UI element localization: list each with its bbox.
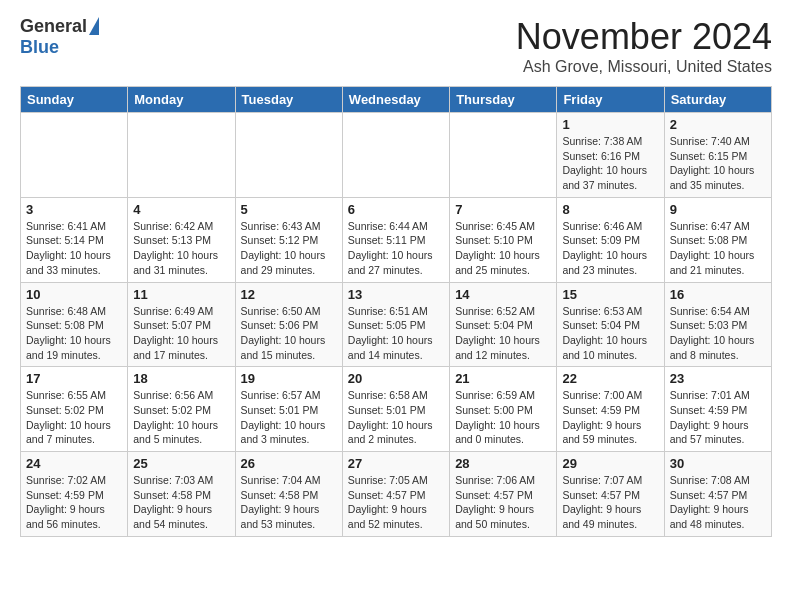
day-info: Sunrise: 6:45 AM Sunset: 5:10 PM Dayligh… (455, 219, 551, 278)
logo: General Blue (20, 16, 99, 58)
calendar-cell: 23Sunrise: 7:01 AM Sunset: 4:59 PM Dayli… (664, 367, 771, 452)
calendar-header-row: SundayMondayTuesdayWednesdayThursdayFrid… (21, 87, 772, 113)
calendar-cell: 7Sunrise: 6:45 AM Sunset: 5:10 PM Daylig… (450, 197, 557, 282)
calendar-week-row: 1Sunrise: 7:38 AM Sunset: 6:16 PM Daylig… (21, 113, 772, 198)
day-info: Sunrise: 6:51 AM Sunset: 5:05 PM Dayligh… (348, 304, 444, 363)
calendar-cell: 8Sunrise: 6:46 AM Sunset: 5:09 PM Daylig… (557, 197, 664, 282)
day-info: Sunrise: 6:58 AM Sunset: 5:01 PM Dayligh… (348, 388, 444, 447)
day-info: Sunrise: 7:07 AM Sunset: 4:57 PM Dayligh… (562, 473, 658, 532)
calendar-header-monday: Monday (128, 87, 235, 113)
calendar-cell: 12Sunrise: 6:50 AM Sunset: 5:06 PM Dayli… (235, 282, 342, 367)
day-info: Sunrise: 7:04 AM Sunset: 4:58 PM Dayligh… (241, 473, 337, 532)
day-number: 1 (562, 117, 658, 132)
calendar-cell: 22Sunrise: 7:00 AM Sunset: 4:59 PM Dayli… (557, 367, 664, 452)
day-number: 2 (670, 117, 766, 132)
day-info: Sunrise: 6:59 AM Sunset: 5:00 PM Dayligh… (455, 388, 551, 447)
day-info: Sunrise: 6:48 AM Sunset: 5:08 PM Dayligh… (26, 304, 122, 363)
calendar-cell: 13Sunrise: 6:51 AM Sunset: 5:05 PM Dayli… (342, 282, 449, 367)
day-info: Sunrise: 7:05 AM Sunset: 4:57 PM Dayligh… (348, 473, 444, 532)
calendar-cell: 4Sunrise: 6:42 AM Sunset: 5:13 PM Daylig… (128, 197, 235, 282)
calendar-cell: 16Sunrise: 6:54 AM Sunset: 5:03 PM Dayli… (664, 282, 771, 367)
day-number: 19 (241, 371, 337, 386)
calendar-cell: 28Sunrise: 7:06 AM Sunset: 4:57 PM Dayli… (450, 452, 557, 537)
location-title: Ash Grove, Missouri, United States (516, 58, 772, 76)
day-info: Sunrise: 6:41 AM Sunset: 5:14 PM Dayligh… (26, 219, 122, 278)
calendar-header-tuesday: Tuesday (235, 87, 342, 113)
day-info: Sunrise: 6:47 AM Sunset: 5:08 PM Dayligh… (670, 219, 766, 278)
day-number: 27 (348, 456, 444, 471)
month-title: November 2024 (516, 16, 772, 58)
logo-blue-text: Blue (20, 37, 59, 58)
calendar-cell: 19Sunrise: 6:57 AM Sunset: 5:01 PM Dayli… (235, 367, 342, 452)
day-info: Sunrise: 7:40 AM Sunset: 6:15 PM Dayligh… (670, 134, 766, 193)
day-number: 29 (562, 456, 658, 471)
calendar-cell (450, 113, 557, 198)
day-number: 20 (348, 371, 444, 386)
calendar-cell: 21Sunrise: 6:59 AM Sunset: 5:00 PM Dayli… (450, 367, 557, 452)
calendar-header-sunday: Sunday (21, 87, 128, 113)
calendar-cell: 18Sunrise: 6:56 AM Sunset: 5:02 PM Dayli… (128, 367, 235, 452)
calendar-cell: 14Sunrise: 6:52 AM Sunset: 5:04 PM Dayli… (450, 282, 557, 367)
day-info: Sunrise: 6:54 AM Sunset: 5:03 PM Dayligh… (670, 304, 766, 363)
calendar-cell (21, 113, 128, 198)
day-info: Sunrise: 6:46 AM Sunset: 5:09 PM Dayligh… (562, 219, 658, 278)
calendar-cell: 17Sunrise: 6:55 AM Sunset: 5:02 PM Dayli… (21, 367, 128, 452)
calendar-week-row: 24Sunrise: 7:02 AM Sunset: 4:59 PM Dayli… (21, 452, 772, 537)
day-number: 3 (26, 202, 122, 217)
calendar-cell: 9Sunrise: 6:47 AM Sunset: 5:08 PM Daylig… (664, 197, 771, 282)
day-info: Sunrise: 7:01 AM Sunset: 4:59 PM Dayligh… (670, 388, 766, 447)
calendar-cell: 3Sunrise: 6:41 AM Sunset: 5:14 PM Daylig… (21, 197, 128, 282)
calendar-cell: 5Sunrise: 6:43 AM Sunset: 5:12 PM Daylig… (235, 197, 342, 282)
title-block: November 2024 Ash Grove, Missouri, Unite… (516, 16, 772, 76)
calendar-cell: 1Sunrise: 7:38 AM Sunset: 6:16 PM Daylig… (557, 113, 664, 198)
day-info: Sunrise: 6:55 AM Sunset: 5:02 PM Dayligh… (26, 388, 122, 447)
day-info: Sunrise: 6:49 AM Sunset: 5:07 PM Dayligh… (133, 304, 229, 363)
day-number: 28 (455, 456, 551, 471)
day-number: 4 (133, 202, 229, 217)
day-number: 7 (455, 202, 551, 217)
calendar-cell: 27Sunrise: 7:05 AM Sunset: 4:57 PM Dayli… (342, 452, 449, 537)
calendar-cell: 20Sunrise: 6:58 AM Sunset: 5:01 PM Dayli… (342, 367, 449, 452)
calendar-cell (342, 113, 449, 198)
day-number: 26 (241, 456, 337, 471)
day-info: Sunrise: 6:57 AM Sunset: 5:01 PM Dayligh… (241, 388, 337, 447)
calendar-header-wednesday: Wednesday (342, 87, 449, 113)
day-number: 15 (562, 287, 658, 302)
day-number: 12 (241, 287, 337, 302)
day-number: 16 (670, 287, 766, 302)
day-info: Sunrise: 6:53 AM Sunset: 5:04 PM Dayligh… (562, 304, 658, 363)
calendar-cell: 6Sunrise: 6:44 AM Sunset: 5:11 PM Daylig… (342, 197, 449, 282)
day-number: 17 (26, 371, 122, 386)
day-number: 8 (562, 202, 658, 217)
day-number: 22 (562, 371, 658, 386)
calendar-cell: 29Sunrise: 7:07 AM Sunset: 4:57 PM Dayli… (557, 452, 664, 537)
day-number: 11 (133, 287, 229, 302)
calendar-cell: 15Sunrise: 6:53 AM Sunset: 5:04 PM Dayli… (557, 282, 664, 367)
day-number: 23 (670, 371, 766, 386)
page: General Blue November 2024 Ash Grove, Mi… (0, 0, 792, 549)
day-info: Sunrise: 6:50 AM Sunset: 5:06 PM Dayligh… (241, 304, 337, 363)
day-info: Sunrise: 7:03 AM Sunset: 4:58 PM Dayligh… (133, 473, 229, 532)
day-number: 13 (348, 287, 444, 302)
day-info: Sunrise: 7:06 AM Sunset: 4:57 PM Dayligh… (455, 473, 551, 532)
day-number: 9 (670, 202, 766, 217)
day-info: Sunrise: 7:08 AM Sunset: 4:57 PM Dayligh… (670, 473, 766, 532)
header: General Blue November 2024 Ash Grove, Mi… (20, 16, 772, 76)
day-info: Sunrise: 6:43 AM Sunset: 5:12 PM Dayligh… (241, 219, 337, 278)
calendar-cell: 11Sunrise: 6:49 AM Sunset: 5:07 PM Dayli… (128, 282, 235, 367)
day-info: Sunrise: 7:00 AM Sunset: 4:59 PM Dayligh… (562, 388, 658, 447)
calendar-week-row: 3Sunrise: 6:41 AM Sunset: 5:14 PM Daylig… (21, 197, 772, 282)
day-info: Sunrise: 6:44 AM Sunset: 5:11 PM Dayligh… (348, 219, 444, 278)
logo-general-text: General (20, 16, 87, 37)
day-info: Sunrise: 7:02 AM Sunset: 4:59 PM Dayligh… (26, 473, 122, 532)
day-number: 30 (670, 456, 766, 471)
day-info: Sunrise: 7:38 AM Sunset: 6:16 PM Dayligh… (562, 134, 658, 193)
day-number: 24 (26, 456, 122, 471)
calendar-cell (235, 113, 342, 198)
day-info: Sunrise: 6:56 AM Sunset: 5:02 PM Dayligh… (133, 388, 229, 447)
calendar-cell: 2Sunrise: 7:40 AM Sunset: 6:15 PM Daylig… (664, 113, 771, 198)
day-number: 10 (26, 287, 122, 302)
day-info: Sunrise: 6:42 AM Sunset: 5:13 PM Dayligh… (133, 219, 229, 278)
calendar-week-row: 17Sunrise: 6:55 AM Sunset: 5:02 PM Dayli… (21, 367, 772, 452)
day-number: 21 (455, 371, 551, 386)
